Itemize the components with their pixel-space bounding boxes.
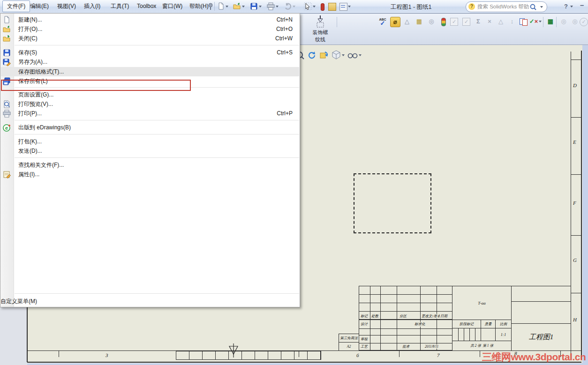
tb-process: 工艺: [360, 344, 368, 349]
menu-item-print-preview[interactable]: 打印预览(V)...: [0, 99, 300, 109]
menu-item-close[interactable]: 关闭(C)Ctrl+W: [0, 34, 300, 43]
spell-check-icon[interactable]: ABC ✓: [378, 17, 387, 26]
measure-icon[interactable]: ⌀: [390, 17, 400, 27]
design-checker-caret-icon[interactable]: [539, 21, 542, 22]
zone-tick: [571, 293, 581, 293]
svg-text:e: e: [5, 125, 8, 131]
menu-item-pack-and-go[interactable]: 打包(K)...: [0, 137, 300, 146]
zone-number: 8: [514, 350, 517, 356]
symmetry-check-icon: ↕: [507, 17, 517, 26]
zone-tick: [480, 350, 480, 357]
zone-letter: D: [573, 82, 577, 88]
tb-drawing-name: 工程图1: [511, 323, 571, 351]
zone-letter: F: [573, 200, 576, 206]
view-orientation-cube-icon[interactable]: [332, 50, 341, 60]
disabled-viewer-icon: ◎: [559, 17, 568, 26]
tb-empty-cell: [481, 328, 496, 341]
display-style-glasses-icon[interactable]: [347, 52, 358, 59]
tb-company: T-aa: [452, 286, 512, 320]
report-caret-icon[interactable]: [348, 6, 351, 7]
close-document-icon: [3, 35, 11, 43]
menubar-insert[interactable]: 插入(I): [80, 0, 105, 13]
performance-evaluation-icon[interactable]: ◎: [427, 17, 436, 26]
file-menu: 新建(N)...Ctrl+N 打开(O)...Ctrl+O 关闭(C)Ctrl+…: [0, 13, 300, 307]
menubar-window[interactable]: 窗口(W): [158, 0, 187, 13]
dashed-selection-rectangle[interactable]: [354, 173, 431, 233]
menu-item-save-sheet-format[interactable]: 保存图纸格式(T)...: [0, 67, 300, 76]
menubar-view[interactable]: 视图(V): [53, 0, 80, 13]
cosmetic-thread-label-2: 纹线: [306, 36, 335, 43]
tb-empty-cell: [511, 286, 571, 302]
save-caret-icon[interactable]: [259, 6, 262, 7]
save-icon: [3, 49, 11, 57]
rotate-view-icon[interactable]: [307, 51, 317, 60]
properties-icon: [3, 171, 11, 179]
design-checker-icon[interactable]: ✓×: [529, 17, 538, 26]
zone-tick: [399, 350, 400, 357]
open-document-icon[interactable]: [233, 2, 241, 10]
help-button[interactable]: ?: [564, 3, 568, 10]
pan-view-icon[interactable]: [319, 51, 329, 60]
print-icon: [3, 110, 11, 118]
select-arrow-icon[interactable]: [304, 2, 312, 10]
new-document-icon[interactable]: [217, 2, 225, 10]
tb-third-angle: 第三角画法: [339, 334, 359, 343]
zone-letter: H: [573, 317, 577, 322]
section-properties-icon[interactable]: ▦: [415, 17, 424, 26]
sketch-icon[interactable]: [328, 3, 336, 11]
search-icon[interactable]: [529, 3, 537, 11]
report-icon[interactable]: [339, 3, 347, 11]
print-preview-icon: [3, 100, 11, 108]
solidworks-window: D E F G H 3 6 7 8 标记 处数 分区 更改文件号 签名 日期: [0, 0, 588, 365]
status-light-icon[interactable]: [439, 17, 448, 26]
stop-light-icon[interactable]: [321, 3, 324, 11]
search-input[interactable]: 搜索 SolidWorks 帮助: [477, 3, 529, 10]
menu-item-save-as[interactable]: 另存为(A)...: [0, 57, 300, 67]
rev-header: 处数: [371, 314, 379, 319]
zone-number: 7: [437, 352, 440, 358]
menu-item-open[interactable]: 打开(O)...Ctrl+O: [0, 24, 300, 34]
help-caret-icon[interactable]: [570, 6, 573, 7]
tb-paper-size: A2: [339, 342, 359, 351]
display-style-caret-icon[interactable]: [359, 54, 362, 56]
menu-item-new[interactable]: 新建(N)...Ctrl+N: [0, 15, 300, 24]
sheet-outer-right-border: [581, 51, 582, 360]
disabled-check-icon-1: ✓: [450, 18, 458, 26]
view-orientation-caret-icon[interactable]: [342, 54, 345, 56]
search-caret-icon[interactable]: [540, 6, 543, 8]
minimize-button[interactable]: –: [580, 1, 584, 9]
tb-stage-mark: 阶段标记: [452, 320, 481, 328]
mass-properties-icon[interactable]: △: [402, 17, 412, 26]
cosmetic-thread-label-1: 装饰螺: [306, 29, 335, 36]
menubar-tools[interactable]: 工具(T): [106, 0, 133, 13]
menu-pin-icon[interactable]: [207, 2, 215, 10]
search-box[interactable]: ? 搜索 SolidWorks 帮助: [466, 1, 547, 12]
menu-item-send[interactable]: 发送(D)...: [0, 146, 300, 156]
menu-item-find-references[interactable]: 查找相关文件(F)...: [0, 160, 300, 170]
menu-item-save[interactable]: 保存(S)Ctrl+S: [0, 48, 300, 57]
print-caret-icon[interactable]: [276, 6, 279, 7]
new-document-caret-icon[interactable]: [226, 6, 228, 7]
menu-item-publish-edrawings[interactable]: 出版到 eDrawings(B): [0, 123, 300, 132]
equations-icon: Σ: [474, 17, 483, 26]
open-document-caret-icon[interactable]: [242, 6, 245, 7]
menu-item-properties[interactable]: 属性(I)...: [0, 170, 300, 179]
print-icon[interactable]: [267, 2, 275, 10]
help-balloon-icon: ?: [468, 3, 475, 10]
menu-item-customize[interactable]: 自定义菜单(M): [0, 296, 300, 306]
menubar-toolbox[interactable]: Toolbox: [133, 0, 160, 13]
menu-item-page-setup[interactable]: 页面设置(G)...: [0, 90, 300, 99]
import-diagnostics-icon: ×: [485, 17, 494, 26]
excel-table-icon[interactable]: ▦: [546, 17, 555, 26]
menubar-edit[interactable]: 编辑(E): [26, 0, 53, 13]
titlebar: 文件(F) 编辑(E) 视图(V) 插入(I) 工具(T) Toolbox 窗口…: [0, 0, 588, 14]
menu-item-print[interactable]: 打印(P)...Ctrl+P: [0, 109, 300, 118]
zone-letter: G: [573, 257, 577, 263]
save-icon[interactable]: [250, 2, 258, 10]
new-document-icon: [3, 16, 11, 24]
select-arrow-caret-icon[interactable]: [313, 6, 316, 7]
zone-tick: [571, 235, 581, 236]
cosmetic-thread-button[interactable]: 装饰螺 纹线: [306, 14, 335, 43]
disabled-check-icon-2: ✓: [462, 18, 470, 26]
compare-documents-icon[interactable]: [519, 17, 528, 26]
